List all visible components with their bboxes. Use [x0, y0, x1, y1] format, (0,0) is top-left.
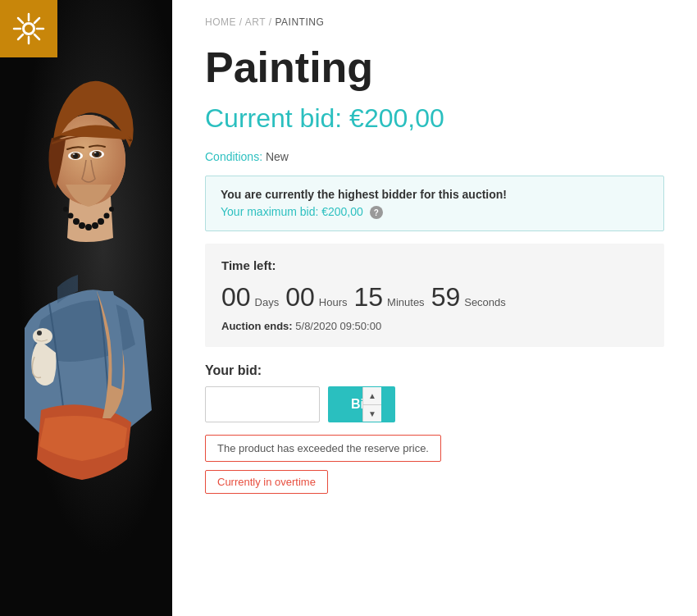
auction-ends-label: Auction ends: [221, 320, 293, 332]
max-bid-label: Your maximum bid: [221, 205, 318, 218]
svg-point-23 [73, 153, 75, 155]
svg-point-28 [73, 218, 80, 225]
auction-ends-value: 5/8/2020 09:50:00 [295, 320, 381, 332]
timer-days-value: 00 [221, 284, 251, 310]
timer-row: 00 Days 00 Hours 15 Minutes 59 Seconds [221, 284, 648, 310]
overtime-text: Currently in overtime [217, 476, 316, 488]
svg-point-16 [33, 328, 52, 345]
bid-input-wrapper: ▲ ▼ [205, 386, 320, 422]
timer-hours: 00 Hours [285, 284, 347, 310]
auction-ends: Auction ends: 5/8/2020 09:50:00 [221, 320, 648, 332]
current-bid-value: €200,00 [349, 103, 444, 133]
conditions-row: Conditions: New [205, 150, 664, 163]
timer-box: Time left: 00 Days 00 Hours 15 Minutes 5… [205, 244, 664, 347]
sidebar [0, 0, 172, 616]
page-title: Painting [205, 44, 664, 91]
timer-hours-value: 00 [285, 284, 315, 310]
logo[interactable] [0, 0, 57, 57]
svg-point-31 [92, 222, 98, 229]
spinner-down-button[interactable]: ▼ [363, 405, 381, 422]
main-content: HOME / ART / PAINTING Painting Current b… [172, 0, 697, 616]
max-bid-row: Your maximum bid: €200,00 ? [221, 205, 649, 219]
breadcrumb-painting[interactable]: PAINTING [275, 16, 324, 28]
svg-point-30 [85, 224, 92, 230]
current-bid: Current bid: €200,00 [205, 103, 664, 134]
breadcrumb: HOME / ART / PAINTING [205, 16, 664, 28]
svg-point-34 [104, 213, 110, 219]
svg-line-7 [34, 18, 39, 23]
reserve-price-text: The product has exceeded the reserve pri… [217, 442, 429, 454]
sun-icon [12, 12, 45, 45]
timer-title: Time left: [221, 258, 648, 272]
conditions-value: New [266, 150, 289, 163]
highest-bidder-title: You are currently the highest bidder for… [221, 188, 649, 201]
svg-point-9 [25, 25, 33, 33]
svg-line-6 [34, 34, 39, 39]
spinner-up-button[interactable]: ▲ [363, 387, 381, 405]
your-bid-section: Your bid: ▲ ▼ Bid [205, 363, 664, 422]
conditions-label: Conditions: [205, 150, 262, 163]
timer-seconds-label: Seconds [464, 296, 506, 308]
svg-point-36 [109, 207, 114, 212]
bid-input-row: ▲ ▼ Bid [205, 386, 664, 422]
overtime-notice: Currently in overtime [205, 470, 328, 494]
timer-hours-label: Hours [319, 296, 348, 308]
timer-minutes-value: 15 [354, 284, 384, 310]
your-bid-label: Your bid: [205, 363, 664, 378]
max-bid-value: €200,00 [321, 205, 363, 218]
timer-seconds: 59 Seconds [431, 284, 506, 310]
breadcrumb-art[interactable]: ART [245, 16, 266, 28]
svg-line-5 [18, 18, 23, 23]
reserve-price-notice: The product has exceeded the reserve pri… [205, 435, 441, 462]
bid-input[interactable] [206, 387, 362, 422]
timer-minutes-label: Minutes [387, 296, 425, 308]
bid-spinners: ▲ ▼ [362, 387, 381, 422]
svg-point-33 [68, 213, 74, 219]
timer-seconds-value: 59 [431, 284, 461, 310]
svg-point-35 [63, 207, 68, 212]
timer-minutes: 15 Minutes [354, 284, 425, 310]
highest-bidder-box: You are currently the highest bidder for… [205, 176, 664, 231]
painting-image [0, 0, 172, 616]
svg-point-27 [94, 152, 97, 153]
help-icon[interactable]: ? [370, 206, 383, 219]
timer-days: 00 Days [221, 284, 279, 310]
current-bid-label: Current bid: [205, 103, 342, 133]
timer-days-label: Days [255, 296, 280, 308]
breadcrumb-home[interactable]: HOME [205, 16, 236, 28]
svg-point-29 [79, 222, 85, 229]
breadcrumb-separator-1: / [239, 16, 245, 28]
svg-point-17 [37, 331, 42, 335]
svg-point-32 [98, 218, 104, 225]
svg-line-8 [18, 34, 23, 39]
